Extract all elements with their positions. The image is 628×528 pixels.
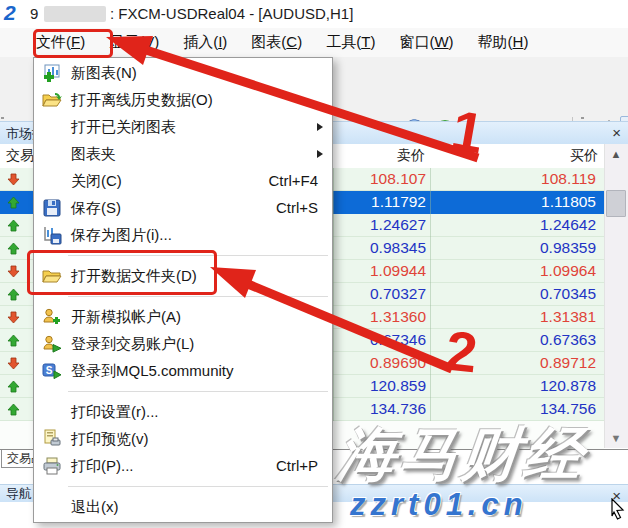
title-bar: 2 9 : FXCM-USDReal04 - [AUDUSD,H1] — [0, 0, 628, 28]
submenu-arrow-icon — [317, 150, 323, 158]
menu-item-login-mql5[interactable]: S 登录到MQL5.community — [34, 358, 332, 385]
sell-price: 0.70327 — [333, 283, 426, 305]
trend-up-icon — [7, 403, 20, 416]
open-folder-history-icon — [42, 90, 62, 110]
trend-up-icon — [7, 196, 20, 209]
menu-item-save[interactable]: 保存(S) Ctrl+S — [34, 195, 332, 222]
menu-tools[interactable]: 工具(T) — [314, 33, 387, 52]
trend-down-icon — [7, 173, 20, 186]
annotation-box-file-menu — [33, 29, 113, 58]
market-watch-close-icon[interactable]: × — [612, 124, 621, 142]
sell-price: 1.24627 — [333, 214, 426, 236]
sell-price: 108.107 — [333, 168, 426, 190]
floppy-icon — [42, 198, 62, 218]
menu-charts[interactable]: 图表(C) — [239, 33, 314, 52]
user-login-icon — [42, 334, 62, 354]
shortcut-label: Ctrl+P — [276, 457, 318, 474]
print-preview-icon — [42, 429, 62, 449]
sell-price: 1.31360 — [333, 306, 426, 328]
watermark-site: zzrt01.cn — [350, 487, 528, 523]
buy-price: 1.24642 — [430, 214, 596, 236]
sell-price: 0.98345 — [333, 237, 426, 259]
menu-item-open-demo-account[interactable]: 开新模拟帐户(A) — [34, 304, 332, 331]
scrollbar-down-icon[interactable]: ▼ — [604, 428, 628, 448]
menu-window[interactable]: 窗口(W) — [387, 33, 465, 52]
redacted-account-box — [44, 6, 106, 22]
navigator-title: 导航 — [6, 485, 32, 503]
menu-item-open-closed-charts[interactable]: 打开已关闭图表 — [34, 114, 332, 141]
sell-price: 1.11792 — [333, 191, 426, 213]
save-picture-icon — [42, 225, 62, 245]
watermark-brand: 海马财经 — [334, 416, 590, 494]
trend-up-icon — [7, 380, 20, 393]
sell-price: 120.859 — [333, 375, 426, 397]
menu-separator — [34, 385, 332, 399]
menu-item-print-preview[interactable]: 打印预览(v) — [34, 426, 332, 453]
trend-down-icon — [7, 357, 20, 370]
trend-up-icon — [7, 242, 20, 255]
column-sell[interactable]: 卖价 — [333, 147, 425, 165]
mt4-window: 2 9 : FXCM-USDReal04 - [AUDUSD,H1] 文件(F)… — [0, 0, 628, 528]
mouse-cursor-icon — [610, 498, 626, 520]
new-chart-icon — [42, 63, 62, 83]
sell-price: 0.89690 — [333, 352, 426, 374]
annotation-step-2: 2 — [443, 323, 480, 382]
shortcut-label: Ctrl+F4 — [268, 172, 318, 189]
column-divider — [430, 168, 431, 421]
mt4-logo-icon: 2 — [4, 2, 26, 24]
account-number: 9 — [30, 5, 38, 22]
user-plus-icon — [42, 307, 62, 327]
column-divider — [333, 168, 334, 421]
menu-help[interactable]: 帮助(H) — [466, 33, 541, 52]
trend-down-icon — [7, 265, 20, 278]
menu-separator — [34, 480, 332, 494]
menu-item-close[interactable]: 关闭(C) Ctrl+F4 — [34, 168, 332, 195]
shortcut-label: Ctrl+S — [276, 199, 318, 216]
menu-item-open-offline[interactable]: 打开离线历史数据(O) — [34, 87, 332, 114]
scrollbar-up-icon[interactable]: ▲ — [604, 144, 628, 164]
buy-price: 0.70345 — [430, 283, 596, 305]
menu-item-login-trade-account[interactable]: 登录到交易账户(L) — [34, 331, 332, 358]
submenu-arrow-icon — [317, 123, 323, 131]
menu-item-save-as-picture[interactable]: 保存为图片(i)... — [34, 222, 332, 249]
sell-price: 1.09944 — [333, 260, 426, 282]
svg-text:S: S — [46, 365, 53, 376]
buy-price: 0.98359 — [430, 237, 596, 259]
scrollbar-thumb[interactable] — [606, 190, 626, 217]
menu-item-new-chart[interactable]: 新图表(N) — [34, 60, 332, 87]
buy-price: 108.119 — [430, 168, 596, 190]
trend-down-icon — [7, 311, 20, 324]
window-title: : FXCM-USDReal04 - [AUDUSD,H1] — [110, 5, 353, 22]
menu-item-exit[interactable]: 退出(x) — [34, 494, 332, 521]
buy-price: 1.11805 — [430, 191, 596, 213]
annotation-box-data-folder — [27, 250, 217, 295]
sell-price: 0.67346 — [333, 329, 426, 351]
menu-item-profiles[interactable]: 图表夹 — [34, 141, 332, 168]
buy-price: 1.09964 — [430, 260, 596, 282]
trend-up-icon — [7, 288, 20, 301]
menu-item-print[interactable]: 打印(P)... Ctrl+P — [34, 453, 332, 480]
trend-up-icon — [7, 219, 20, 232]
menu-item-print-setup[interactable]: 打印设置(r)... — [34, 399, 332, 426]
printer-icon — [42, 456, 62, 476]
trend-up-icon — [7, 334, 20, 347]
menu-insert[interactable]: 插入(I) — [171, 33, 239, 52]
mql5-icon: S — [42, 361, 62, 381]
